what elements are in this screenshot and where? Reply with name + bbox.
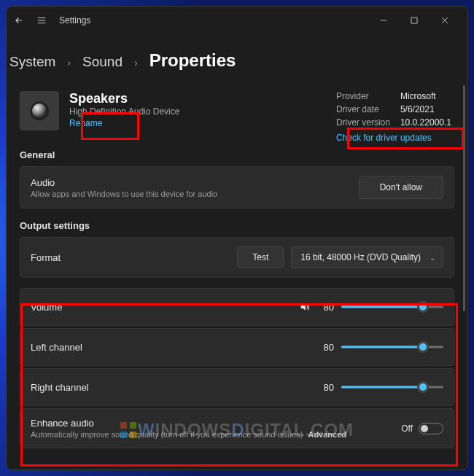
driver-provider-value: Microsoft xyxy=(400,91,451,101)
enhance-state: Off xyxy=(401,424,413,434)
device-name: Speakers xyxy=(69,91,179,106)
left-channel-label: Left channel xyxy=(31,342,82,353)
menu-icon[interactable] xyxy=(36,15,47,26)
device-description: High Definition Audio Device xyxy=(69,106,179,117)
back-icon[interactable] xyxy=(14,15,24,26)
audio-card-sub: Allow apps and Windows to use this devic… xyxy=(31,190,217,198)
content-area: System › Sound › Properties Speakers Hig… xyxy=(7,34,467,469)
advanced-link[interactable]: Advanced xyxy=(308,430,346,439)
driver-version-value: 10.0.22000.1 xyxy=(400,117,451,128)
maximize-button[interactable] xyxy=(399,9,430,31)
format-selected: 16 bit, 48000 Hz (DVD Quality) xyxy=(300,252,421,262)
left-channel-row: Left channel 80 xyxy=(20,328,454,366)
breadcrumb: System › Sound › Properties xyxy=(9,50,454,71)
enhance-audio-card: Enhance audio Automatically improve soun… xyxy=(20,408,454,448)
minimize-button[interactable] xyxy=(368,9,399,31)
rename-link[interactable]: Rename xyxy=(69,118,179,128)
left-channel-slider[interactable] xyxy=(341,340,443,354)
volume-icon[interactable] xyxy=(298,301,312,313)
chevron-down-icon: ⌄ xyxy=(430,254,435,262)
titlebar: Settings xyxy=(7,7,467,34)
test-button[interactable]: Test xyxy=(237,246,284,268)
right-channel-value: 80 xyxy=(319,382,334,393)
driver-date-label: Driver date xyxy=(336,104,390,114)
chevron-right-icon: › xyxy=(67,57,71,69)
breadcrumb-properties: Properties xyxy=(149,50,236,71)
right-channel-slider[interactable] xyxy=(341,380,443,394)
section-general: General xyxy=(20,149,454,160)
driver-date-value: 5/6/2021 xyxy=(400,104,451,114)
format-select[interactable]: 16 bit, 48000 Hz (DVD Quality) ⌄ xyxy=(291,246,443,268)
volume-label: Volume xyxy=(31,302,62,313)
volume-value: 80 xyxy=(319,302,334,313)
speaker-device-icon xyxy=(20,91,59,130)
check-driver-updates-link[interactable]: Check for driver updates xyxy=(336,133,451,143)
chevron-right-icon: › xyxy=(134,57,138,69)
scrollbar[interactable] xyxy=(463,85,465,311)
breadcrumb-sound[interactable]: Sound xyxy=(82,54,123,70)
audio-card-title: Audio xyxy=(31,177,217,188)
section-output: Output settings xyxy=(20,220,454,231)
device-header: Speakers High Definition Audio Device Re… xyxy=(20,91,454,130)
breadcrumb-system[interactable]: System xyxy=(9,54,55,70)
dont-allow-button[interactable]: Don't allow xyxy=(359,176,443,199)
right-channel-label: Right channel xyxy=(31,382,89,393)
right-channel-row: Right channel 80 xyxy=(20,368,454,406)
volume-row: Volume 80 xyxy=(20,288,454,326)
left-channel-value: 80 xyxy=(319,342,334,353)
enhance-toggle[interactable] xyxy=(419,423,443,434)
audio-allow-card: Audio Allow apps and Windows to use this… xyxy=(20,166,454,208)
driver-info: Provider Microsoft Driver date 5/6/2021 … xyxy=(336,91,451,143)
format-label: Format xyxy=(31,252,61,263)
settings-window: Settings System › Sound › Properties xyxy=(6,6,468,470)
enhance-title: Enhance audio xyxy=(31,418,346,429)
volume-slider[interactable] xyxy=(341,300,443,314)
enhance-sub: Automatically improve sound quality (tur… xyxy=(31,430,346,439)
window-title: Settings xyxy=(59,15,90,26)
driver-version-label: Driver version xyxy=(336,117,390,128)
format-card: Format Test 16 bit, 48000 Hz (DVD Qualit… xyxy=(20,237,454,278)
close-button[interactable] xyxy=(430,9,460,31)
driver-provider-label: Provider xyxy=(336,91,390,101)
svg-rect-0 xyxy=(411,17,417,23)
